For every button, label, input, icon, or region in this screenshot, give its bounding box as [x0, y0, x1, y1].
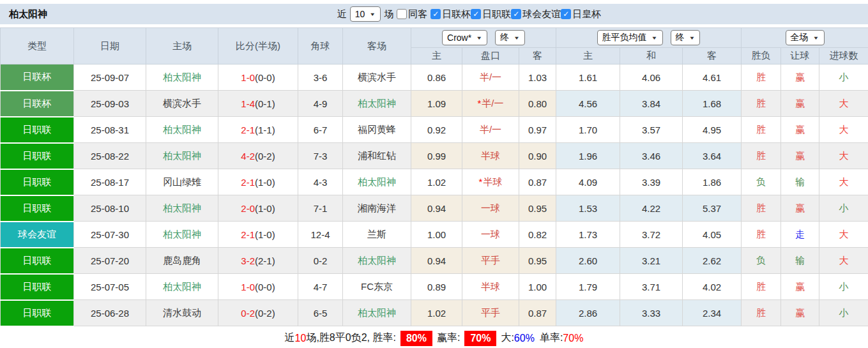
cell-league-type: 日职联	[1, 274, 74, 300]
cell-win-loss: 负	[742, 248, 781, 274]
filter-item-1[interactable]: ✓日职联	[471, 8, 511, 20]
cell-win-loss: 胜	[742, 300, 781, 326]
filter-item-0[interactable]: ✓日联杯	[430, 8, 471, 20]
cell-date: 25-08-31	[74, 117, 146, 143]
cell-asia-home-odds: 0.94	[411, 248, 462, 274]
cell-euro-draw: 3.21	[620, 248, 683, 274]
cell-goals-result: 小	[819, 274, 868, 300]
cell-away-team: 湘南海洋	[343, 195, 411, 222]
cell-home-team: 柏太阳神	[146, 274, 218, 300]
cell-home-team: 柏太阳神	[146, 222, 218, 248]
cell-asia-away-odds: 0.87	[519, 300, 556, 326]
cell-goals-result: 大	[819, 169, 868, 195]
match-rows: 日联杯25-09-07柏太阳神1-0(0-0)3-6横滨水手0.86半/一1.0…	[1, 64, 868, 326]
full-time-score: 4-2	[241, 151, 255, 162]
euro-stage-value: 终	[676, 32, 685, 43]
odds-stage-select[interactable]: 终 ▼	[495, 30, 525, 45]
cell-win-loss: 胜	[742, 195, 781, 222]
cell-home-team: 横滨水手	[146, 91, 218, 117]
euro-company-value: 胜平负均值	[602, 32, 647, 43]
half-time-score: (1-0)	[255, 203, 275, 214]
col-header-score: 比分(半场)	[218, 28, 298, 64]
filter-checkbox[interactable]: ✓	[561, 9, 571, 19]
cell-asia-away-odds: 0.82	[519, 222, 556, 248]
col-header-corners: 角球	[298, 28, 343, 64]
cell-score: 2-1(1-0)	[218, 222, 298, 248]
match-row: 球会友谊25-07-30柏太阳神2-1(1-0)12-4兰斯1.00一球0.82…	[1, 222, 868, 248]
cell-score: 1-0(0-0)	[218, 274, 298, 300]
full-time-score: 2-1	[241, 229, 255, 240]
half-time-score: (0-0)	[255, 282, 275, 292]
euro-stage-select[interactable]: 终 ▼	[671, 30, 701, 45]
cell-corners: 6-7	[298, 117, 343, 143]
cell-asia-home-odds: 1.02	[411, 169, 462, 195]
sub-header-euro-away: 客	[683, 48, 742, 64]
half-time-score: (1-0)	[255, 177, 275, 188]
near-label: 近	[285, 331, 295, 345]
cell-handicap-result: 赢	[781, 64, 819, 91]
full-time-score: 2-1	[241, 177, 255, 188]
filter-checkbox[interactable]: ✓	[471, 9, 481, 19]
euro-company-select[interactable]: 胜平负均值 ▼	[597, 30, 663, 45]
cell-euro-away: 5.37	[683, 195, 742, 222]
handicap-rate-badge: 70%	[464, 331, 496, 346]
cell-away-team: 福冈黄蜂	[343, 117, 411, 143]
cell-corners: 6-5	[298, 300, 343, 326]
cell-asia-away-odds: 1.03	[519, 64, 556, 91]
recent-label: 近	[337, 8, 347, 20]
odds-company-select[interactable]: Crow* ▼	[442, 30, 487, 45]
sub-header-asia-away: 客	[519, 48, 556, 64]
summary-text: 场,胜8平0负2, 胜率:	[306, 331, 395, 345]
cell-handicap-result: 输	[781, 169, 819, 195]
recent-count-select[interactable]: 10 ▼	[350, 6, 381, 22]
filter-label: 日皇杯	[572, 8, 601, 20]
filter-checkbox[interactable]: ✓	[511, 9, 521, 19]
filter-item-3[interactable]: ✓日皇杯	[561, 8, 601, 20]
cell-euro-home: 1.96	[556, 143, 620, 169]
sub-header-asia-home: 主	[411, 48, 462, 64]
cell-away-team: 柏太阳神	[343, 248, 411, 274]
full-time-score: 1-0	[241, 282, 255, 292]
cell-league-type: 日联杯	[1, 91, 74, 117]
match-row: 日联杯25-09-03横滨水手1-4(0-1)4-9柏太阳神1.09*半/一0.…	[1, 91, 868, 117]
asia-odds-header: Crow* ▼ 终 ▼	[411, 28, 556, 48]
filter-label: 日联杯	[442, 8, 471, 20]
filter-label: 日职联	[482, 8, 511, 20]
cell-euro-home: 2.86	[556, 300, 620, 326]
cell-home-team: 清水鼓动	[146, 300, 218, 326]
match-row: 日职联25-08-17冈山绿雉2-1(1-0)4-3柏太阳神1.02*半球0.8…	[1, 169, 868, 195]
col-header-home: 主场	[146, 28, 218, 64]
scope-select[interactable]: 全场 ▼	[786, 30, 825, 45]
half-time-score: (0-2)	[255, 151, 275, 162]
filter-checkbox[interactable]: ✓	[430, 9, 441, 19]
match-row: 日职联25-07-20鹿岛鹿角3-2(2-1)0-2柏太阳神0.94平手0.95…	[1, 248, 868, 274]
cell-asia-home-odds: 0.86	[411, 64, 462, 91]
filter-item-2[interactable]: ✓球会友谊	[511, 8, 561, 20]
same-venue-checkbox[interactable]	[397, 9, 407, 19]
half-time-score: (0-2)	[255, 308, 275, 319]
cell-asia-handicap: 一球	[462, 222, 519, 248]
cell-euro-home: 1.79	[556, 274, 620, 300]
cell-away-team: 横滨水手	[343, 64, 411, 91]
cell-euro-draw: 4.06	[620, 64, 683, 91]
cell-away-team: 柏太阳神	[343, 91, 411, 117]
cell-date: 25-07-05	[74, 274, 146, 300]
cell-date: 25-08-10	[74, 195, 146, 222]
cell-euro-away: 1.86	[683, 169, 742, 195]
cell-asia-home-odds: 0.89	[411, 274, 462, 300]
games-label: 场	[384, 8, 393, 20]
full-time-score: 1-0	[241, 72, 255, 83]
chevron-down-icon: ▼	[813, 35, 819, 40]
cell-score: 1-4(0-1)	[218, 91, 298, 117]
cell-score: 1-0(0-0)	[218, 64, 298, 91]
toolbar: 柏太阳神 近 10 ▼ 场 同客 ✓日联杯✓日职联✓球会友谊✓日皇杯	[0, 4, 868, 24]
full-time-score: 2-1	[241, 125, 255, 135]
cell-date: 25-07-30	[74, 222, 146, 248]
half-time-score: (0-1)	[255, 98, 275, 109]
cell-score: 2-0(1-0)	[218, 195, 298, 222]
cell-corners: 7-3	[298, 143, 343, 169]
cell-asia-handicap: 平手	[462, 248, 519, 274]
col-header-type: 类型	[1, 28, 74, 64]
near-count: 10	[295, 333, 307, 344]
same-venue-checkbox-item[interactable]: 同客	[397, 8, 427, 20]
